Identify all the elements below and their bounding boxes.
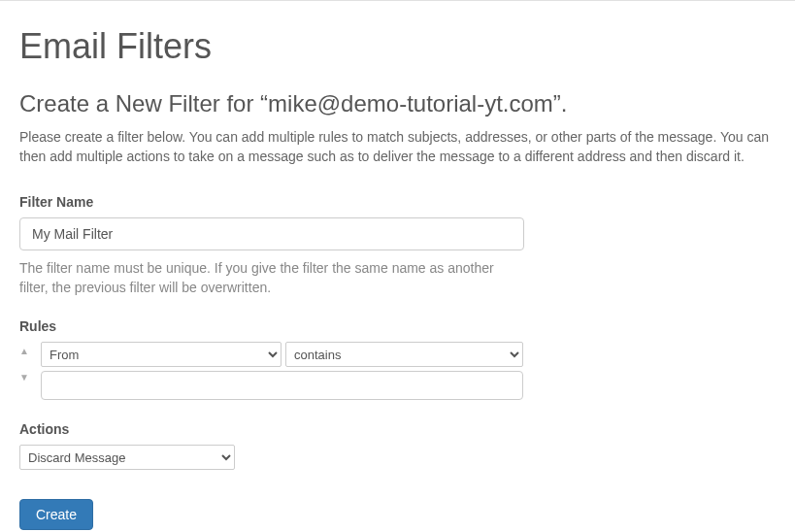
move-down-icon[interactable]: ▼ <box>19 370 37 396</box>
filter-name-helper: The filter name must be unique. If you g… <box>19 258 524 298</box>
move-up-icon[interactable]: ▲ <box>19 344 37 370</box>
actions-section: Actions Discard Message <box>19 421 776 470</box>
action-select[interactable]: Discard Message <box>19 445 235 470</box>
rules-label: Rules <box>19 318 776 334</box>
filter-name-section: Filter Name The filter name must be uniq… <box>19 194 776 298</box>
subtitle: Create a New Filter for “mike@demo-tutor… <box>19 90 776 117</box>
rule-reorder-arrows: ▲ ▼ <box>19 342 37 396</box>
filter-name-label: Filter Name <box>19 194 776 210</box>
create-button[interactable]: Create <box>19 499 93 530</box>
rule-part-select[interactable]: From <box>41 342 282 367</box>
page-title: Email Filters <box>19 26 776 67</box>
actions-label: Actions <box>19 421 776 437</box>
description-text: Please create a filter below. You can ad… <box>19 127 776 167</box>
rule-match-select[interactable]: contains <box>285 342 523 367</box>
filter-name-input[interactable] <box>19 217 524 250</box>
rule-value-input[interactable] <box>41 371 523 400</box>
rules-section: Rules ▲ ▼ From contains <box>19 318 776 400</box>
